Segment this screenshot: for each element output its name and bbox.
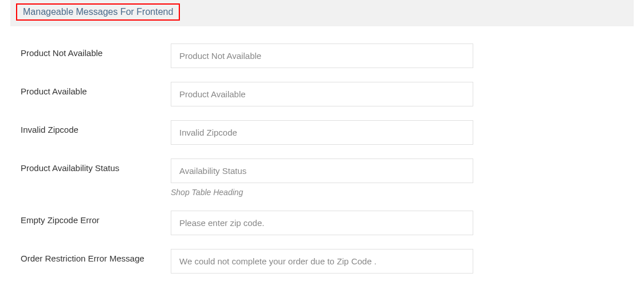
label-product-available: Product Available xyxy=(21,82,171,96)
label-empty-zipcode-error: Empty Zipcode Error xyxy=(21,211,171,225)
form-container: Product Not Available Product Available … xyxy=(0,26,644,293)
field-wrapper xyxy=(171,120,473,145)
form-row-product-availability-status: Product Availability Status Shop Table H… xyxy=(21,159,634,197)
hint-product-availability-status: Shop Table Heading xyxy=(171,188,473,197)
form-row-order-restriction-error: Order Restriction Error Message xyxy=(21,249,634,274)
section-title: Manageable Messages For Frontend xyxy=(16,3,180,21)
form-row-product-available: Product Available xyxy=(21,82,634,106)
field-wrapper xyxy=(171,211,473,235)
form-row-product-not-available: Product Not Available xyxy=(21,43,634,68)
label-invalid-zipcode: Invalid Zipcode xyxy=(21,120,171,134)
label-product-availability-status: Product Availability Status xyxy=(21,159,171,173)
input-product-available[interactable] xyxy=(171,82,473,106)
form-row-empty-zipcode-error: Empty Zipcode Error xyxy=(21,211,634,235)
input-product-availability-status[interactable] xyxy=(171,159,473,183)
label-order-restriction-error: Order Restriction Error Message xyxy=(21,249,171,263)
field-wrapper xyxy=(171,43,473,68)
form-row-invalid-zipcode: Invalid Zipcode xyxy=(21,120,634,145)
field-wrapper: Shop Table Heading xyxy=(171,159,473,197)
section-header: Manageable Messages For Frontend xyxy=(10,0,634,26)
input-order-restriction-error[interactable] xyxy=(171,249,473,274)
field-wrapper xyxy=(171,249,473,274)
input-invalid-zipcode[interactable] xyxy=(171,120,473,145)
input-product-not-available[interactable] xyxy=(171,43,473,68)
field-wrapper xyxy=(171,82,473,106)
input-empty-zipcode-error[interactable] xyxy=(171,211,473,235)
label-product-not-available: Product Not Available xyxy=(21,43,171,58)
